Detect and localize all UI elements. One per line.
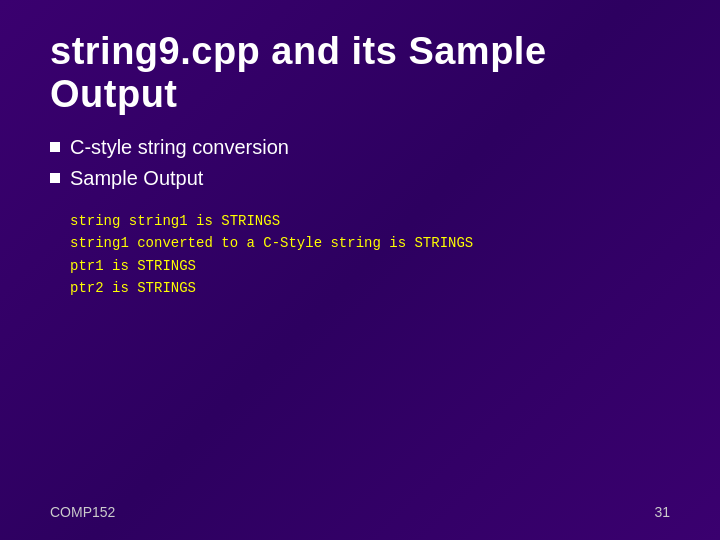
bullet-icon-1 — [50, 142, 60, 152]
footer-course: COMP152 — [50, 504, 115, 520]
code-line-4: ptr2 is STRINGS — [70, 277, 670, 299]
code-line-2: string1 converted to a C-Style string is… — [70, 232, 670, 254]
bullet-list: C-style string conversion Sample Output — [50, 136, 670, 190]
slide-title: string9.cpp and its Sample Output — [50, 30, 670, 116]
bullet-icon-2 — [50, 173, 60, 183]
footer-page-number: 31 — [654, 504, 670, 520]
footer: COMP152 31 — [50, 504, 670, 520]
bullet-label-2: Sample Output — [70, 167, 203, 190]
bullet-item-1: C-style string conversion — [50, 136, 670, 159]
bullet-item-2: Sample Output — [50, 167, 670, 190]
slide: string9.cpp and its Sample Output C-styl… — [0, 0, 720, 540]
code-line-3: ptr1 is STRINGS — [70, 255, 670, 277]
code-block: string string1 is STRINGS string1 conver… — [70, 210, 670, 300]
code-line-1: string string1 is STRINGS — [70, 210, 670, 232]
bullet-label-1: C-style string conversion — [70, 136, 289, 159]
